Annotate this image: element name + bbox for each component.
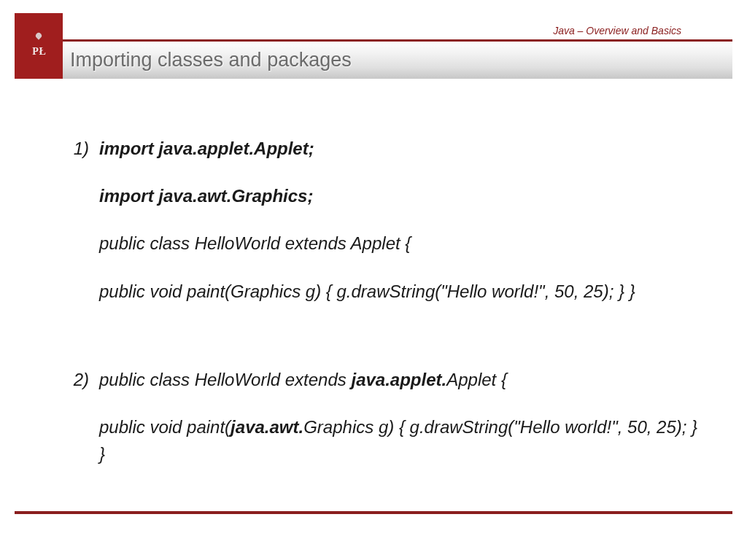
code-line: import java.awt.Graphics; bbox=[99, 182, 703, 209]
torch-icon bbox=[34, 34, 44, 44]
slide-title: Importing classes and packages bbox=[70, 49, 352, 71]
code-line: public class HelloWorld extends Applet { bbox=[99, 230, 703, 257]
code-segment: public void paint( bbox=[99, 417, 231, 437]
code-segment: java.awt. bbox=[231, 417, 303, 437]
code-segment: public void paint(Graphics g) { g.drawSt… bbox=[99, 281, 635, 301]
list-item: 2)public class HelloWorld extends java.a… bbox=[58, 366, 703, 489]
code-segment: java.applet. bbox=[351, 370, 446, 389]
list-item: 1)import java.applet.Applet;import java.… bbox=[58, 135, 703, 325]
bottom-divider bbox=[15, 511, 732, 514]
code-segment: import java.awt.Graphics; bbox=[99, 186, 313, 206]
list-marker: 2) bbox=[58, 366, 99, 489]
list-marker: 1) bbox=[58, 135, 99, 325]
slide-content: 1)import java.applet.Applet;import java.… bbox=[58, 135, 703, 499]
logo-letters: P Ł bbox=[32, 46, 45, 57]
code-segment: Applet { bbox=[446, 370, 507, 389]
code-line: public void paint(java.awt.Graphics g) {… bbox=[99, 413, 703, 467]
code-segment: public class HelloWorld extends Applet { bbox=[99, 233, 411, 253]
title-bar: Importing classes and packages bbox=[15, 42, 732, 79]
header-annotation: Java – Overview and Basics bbox=[553, 25, 681, 36]
code-line: public void paint(Graphics g) { g.drawSt… bbox=[99, 278, 703, 305]
code-segment: import java.applet.Applet; bbox=[99, 139, 314, 158]
code-segment: public class HelloWorld extends bbox=[99, 370, 351, 389]
list-body: import java.applet.Applet;import java.aw… bbox=[99, 135, 703, 325]
university-logo: P Ł bbox=[15, 13, 63, 79]
code-line: import java.applet.Applet; bbox=[99, 135, 703, 162]
list-body: public class HelloWorld extends java.app… bbox=[99, 366, 703, 489]
code-line: public class HelloWorld extends java.app… bbox=[99, 366, 703, 393]
logo-inner: P Ł bbox=[32, 34, 45, 57]
